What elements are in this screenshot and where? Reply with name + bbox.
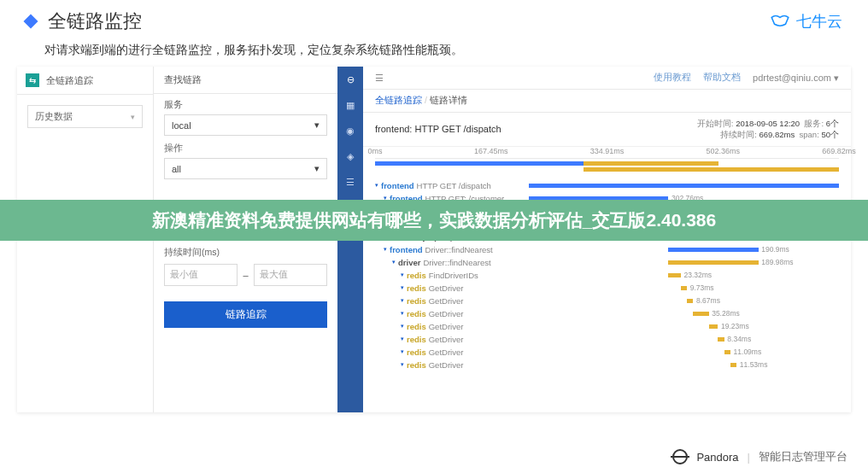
search-button[interactable]: 链路追踪 xyxy=(164,301,327,328)
trace-row[interactable]: ▾redisFindDriverIDs23.32ms xyxy=(375,269,839,282)
trace-row[interactable]: ▾redisGetDriver11.53ms xyxy=(375,359,839,371)
pandora-tag: 智能日志管理平台 xyxy=(759,449,847,464)
qiniu-logo: 七牛云 xyxy=(769,11,842,32)
trace-icon: ⇆ xyxy=(26,73,39,87)
dur-label: 持续时间(ms) xyxy=(164,247,327,259)
trace-row[interactable]: ▾frontendHTTP GET /dispatch xyxy=(375,179,839,192)
breadcrumb: 全链路追踪 / 链路详情 xyxy=(363,90,851,113)
rail-icon-4[interactable]: ◈ xyxy=(344,150,356,162)
trace-row[interactable]: ▾driverDriver::findNearest189.98ms xyxy=(375,256,839,269)
trace-row[interactable]: ▾redisGetDriver8.34ms xyxy=(375,333,839,346)
crumb-a[interactable]: 全链路追踪 xyxy=(375,95,422,105)
slide-subtitle: 对请求端到端的进行全链路监控，服务拓扑发现，定位复杂系统链路性能瓶颈。 xyxy=(0,38,868,67)
menu-icon[interactable]: ☰ xyxy=(375,73,384,84)
trace-row[interactable]: ▾redisGetDriver8.67ms xyxy=(375,295,839,307)
min-input[interactable]: 最小值 xyxy=(164,264,238,286)
time-ruler: 0ms167.45ms334.91ms502.36ms669.82ms xyxy=(375,147,839,159)
trace-title: frontend: HTTP GET /dispatch xyxy=(375,124,501,134)
bullet-diamond xyxy=(24,15,38,29)
op-label: 操作 xyxy=(164,143,327,155)
max-input[interactable]: 最大值 xyxy=(254,264,327,286)
rail-icon-3[interactable]: ◉ xyxy=(344,125,356,137)
search-header: 查找链路 xyxy=(154,67,337,94)
svc-select[interactable]: local▾ xyxy=(164,114,327,136)
slide-footer: Pandora | 智能日志管理平台 xyxy=(672,449,847,464)
pandora-icon xyxy=(672,449,688,464)
rail-icon-1[interactable]: ⊖ xyxy=(344,73,356,85)
bull-icon xyxy=(769,13,791,30)
user-menu[interactable]: pdrtest@qiniu.com ▾ xyxy=(753,73,839,84)
history-select[interactable]: 历史数据 ▾ xyxy=(27,105,143,128)
op-select[interactable]: all▾ xyxy=(164,158,327,179)
left-nav-title: 全链路追踪 xyxy=(46,74,93,87)
qiniu-text: 七牛云 xyxy=(796,11,842,32)
trace-row[interactable]: ▾redisGetDriver19.23ms xyxy=(375,320,839,333)
svc-label: 服务 xyxy=(164,99,327,111)
left-nav-header: ⇆ 全链路追踪 xyxy=(17,67,153,95)
trace-row[interactable]: ▾redisGetDriver11.09ms xyxy=(375,346,839,359)
history-label: 历史数据 xyxy=(35,110,73,123)
crumb-b: 链路详情 xyxy=(430,95,467,105)
trace-row[interactable]: ▾frontendDriver::findNearest190.9ms xyxy=(375,243,839,256)
overview-waterfall xyxy=(375,159,839,179)
chevron-down-icon: ▾ xyxy=(131,113,135,121)
help-link[interactable]: 帮助文档 xyxy=(703,72,741,84)
chevron-down-icon: ▾ xyxy=(314,163,320,174)
rail-icon-5[interactable]: ☰ xyxy=(344,176,356,188)
trace-meta: 开始时间: 2018-09-05 12:20 服务: 6个 持续时间: 669.… xyxy=(697,118,839,141)
overlay-banner: 新澳精准资料免费提供网站有哪些，实践数据分析评估_交互版2.40.386 xyxy=(0,200,868,241)
rail-icon-2[interactable]: ▦ xyxy=(344,99,356,111)
trace-row[interactable]: ▾redisGetDriver35.28ms xyxy=(375,307,839,320)
trace-row[interactable]: ▾redisGetDriver9.73ms xyxy=(375,282,839,295)
pandora-name: Pandora xyxy=(696,451,738,464)
tutorial-link[interactable]: 使用教程 xyxy=(654,72,691,84)
chevron-down-icon: ▾ xyxy=(314,120,320,131)
slide-title: 全链路监控 xyxy=(48,9,142,34)
